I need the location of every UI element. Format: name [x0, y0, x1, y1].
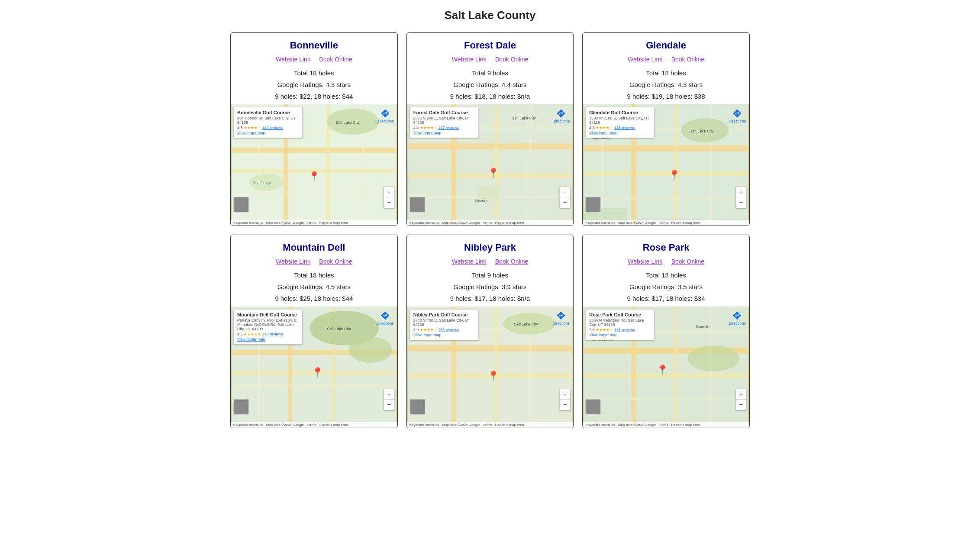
directions-label-glendale: Directions [729, 119, 746, 123]
directions-btn-glendale[interactable]: Directions [729, 109, 746, 123]
card-title-bonneville: Bonneville [238, 40, 390, 51]
zoom-in-bonneville[interactable]: + [384, 187, 394, 197]
larger-map-link-bonneville[interactable]: View larger map [237, 131, 299, 135]
directions-btn-mountain-dell[interactable]: Directions [377, 311, 394, 326]
rating-rose-park: Google Ratings: 3.5 stars [590, 283, 742, 290]
reviews-link-forest-dale[interactable]: 117 reviews [438, 126, 459, 130]
map-forest-dale[interactable]: Salt Lake City Millcreek Forest Dale Gol… [407, 104, 574, 226]
larger-map-link-glendale[interactable]: View larger map [589, 131, 651, 135]
map-zoom-nibley-park: + − [559, 389, 571, 410]
map-thumbnail-bonneville [233, 197, 249, 213]
card-glendale: Glendale Website Link Book Online Total … [582, 32, 750, 226]
card-nibley-park: Nibley Park Website Link Book Online Tot… [406, 235, 574, 428]
card-content-bonneville: Bonneville Website Link Book Online Tota… [231, 33, 397, 104]
zoom-out-bonneville[interactable]: − [384, 197, 394, 208]
book-link-glendale[interactable]: Book Online [671, 56, 704, 63]
website-link-nibley-park[interactable]: Website Link [452, 258, 487, 265]
svg-rect-32 [584, 197, 748, 200]
map-place-name-glendale: Glendale Golf Course [589, 110, 651, 115]
website-link-bonneville[interactable]: Website Link [276, 56, 310, 63]
map-thumbnail-glendale [585, 197, 601, 213]
card-title-mountain-dell: Mountain Dell [238, 242, 390, 253]
rating-forest-dale: Google Ratings: 4.4 stars [414, 81, 567, 88]
directions-btn-bonneville[interactable]: Directions [377, 109, 394, 123]
directions-label-nibley-park: Directions [552, 321, 570, 326]
larger-map-link-rose-park[interactable]: View larger map [589, 333, 651, 337]
zoom-in-forest-dale[interactable]: + [560, 187, 570, 197]
card-links-nibley-park: Website Link Book Online [414, 258, 567, 265]
svg-point-43 [348, 337, 392, 363]
larger-map-link-mountain-dell[interactable]: View larger map [237, 337, 299, 342]
book-link-rose-park[interactable]: Book Online [671, 258, 704, 265]
map-bonneville[interactable]: Salt Lake City South Lake Bonneville Gol… [231, 104, 397, 226]
directions-btn-rose-park[interactable]: Directions [729, 311, 746, 326]
larger-map-link-nibley-park[interactable]: View larger map [413, 333, 475, 337]
reviews-link-mountain-dell[interactable]: 310 reviews [262, 332, 283, 336]
pricing-rose-park: 9 holes: $17, 18 holes: $34 [590, 295, 742, 302]
book-link-nibley-park[interactable]: Book Online [495, 258, 528, 265]
card-title-forest-dale: Forest Dale [414, 40, 567, 51]
directions-btn-nibley-park[interactable]: Directions [552, 311, 570, 326]
reviews-link-rose-park[interactable]: 161 reviews [614, 328, 635, 332]
zoom-out-rose-park[interactable]: − [736, 400, 746, 410]
card-forest-dale: Forest Dale Website Link Book Online Tot… [406, 32, 574, 226]
zoom-in-nibley-park[interactable]: + [560, 389, 570, 400]
svg-text:Salt Lake City: Salt Lake City [512, 116, 536, 120]
map-mountain-dell[interactable]: Salt Lake City Mountain Dell Golf Course… [231, 306, 397, 428]
card-links-rose-park: Website Link Book Online [590, 258, 742, 265]
map-pin-forest-dale: 📍 [487, 168, 499, 179]
card-bonneville: Bonneville Website Link Book Online Tota… [230, 32, 398, 226]
stars-mountain-dell: ★★★★★ [244, 332, 261, 336]
map-attribution-rose-park: Keyboard shortcuts Map data ©2024 Google… [585, 423, 700, 427]
svg-rect-17 [494, 104, 498, 226]
zoom-in-glendale[interactable]: + [736, 187, 746, 197]
rating-mountain-dell: Google Ratings: 4.5 stars [238, 283, 390, 290]
svg-rect-25 [584, 145, 748, 152]
reviews-link-nibley-park[interactable]: 156 reviews [438, 328, 459, 332]
svg-text:Bountiful: Bountiful [696, 325, 712, 329]
map-info-box-mountain-dell: Mountain Dell Golf Course Parleys Canyon… [233, 309, 303, 345]
website-link-mountain-dell[interactable]: Website Link [276, 258, 310, 265]
card-title-nibley-park: Nibley Park [414, 242, 567, 253]
zoom-out-mountain-dell[interactable]: − [384, 400, 394, 410]
map-footer-glendale: Keyboard shortcuts Map data ©2024 Google… [583, 220, 749, 226]
zoom-out-nibley-park[interactable]: − [560, 400, 570, 410]
zoom-out-glendale[interactable]: − [736, 197, 746, 208]
card-content-glendale: Glendale Website Link Book Online Total … [583, 33, 749, 104]
holes-bonneville: Total 18 holes [238, 69, 390, 77]
map-pin-mountain-dell: 📍 [312, 367, 323, 378]
reviews-link-glendale[interactable]: 138 reviews [614, 126, 635, 130]
map-place-name-forest-dale: Forest Dale Golf Course [413, 110, 475, 115]
book-link-forest-dale[interactable]: Book Online [495, 56, 528, 63]
map-thumbnail-nibley-park [409, 399, 425, 415]
website-link-rose-park[interactable]: Website Link [628, 258, 662, 265]
map-pin-bonneville: 📍 [308, 171, 320, 182]
map-address-glendale: 1630 W 2100 S, Salt Lake City, UT 84119 [589, 116, 651, 125]
map-rating-bonneville: 4.3 ★★★★☆ 140 reviews [237, 126, 299, 130]
reviews-link-bonneville[interactable]: 140 reviews [262, 126, 283, 130]
book-link-mountain-dell[interactable]: Book Online [319, 258, 352, 265]
zoom-in-rose-park[interactable]: + [736, 389, 746, 400]
stars-bonneville: ★★★★☆ [244, 126, 261, 130]
svg-rect-45 [232, 384, 396, 387]
book-link-bonneville[interactable]: Book Online [319, 56, 352, 63]
directions-btn-forest-dale[interactable]: Directions [552, 109, 570, 123]
map-place-name-nibley-park: Nibley Park Golf Course [413, 312, 475, 317]
directions-label-forest-dale: Directions [552, 119, 570, 123]
zoom-in-mountain-dell[interactable]: + [384, 389, 394, 400]
stars-rose-park: ★★★★☆ [596, 328, 613, 332]
website-link-forest-dale[interactable]: Website Link [452, 56, 487, 63]
card-links-forest-dale: Website Link Book Online [414, 55, 567, 63]
map-nibley-park[interactable]: Salt Lake City Nibley Park Golf Course 2… [407, 306, 574, 428]
map-glendale[interactable]: Salt Lake City GLENDALE Glendale Golf Co… [583, 104, 749, 226]
zoom-out-forest-dale[interactable]: − [560, 197, 570, 208]
map-place-name-rose-park: Rose Park Golf Course [589, 312, 651, 317]
svg-rect-28 [675, 104, 678, 226]
card-mountain-dell: Mountain Dell Website Link Book Online T… [230, 235, 398, 428]
website-link-glendale[interactable]: Website Link [628, 56, 662, 63]
map-place-name-bonneville: Bonneville Golf Course [237, 110, 299, 115]
larger-map-link-forest-dale[interactable]: View larger map [413, 131, 475, 135]
map-address-mountain-dell: Parleys Canyon, I-80, Exit #134, E Mount… [237, 318, 299, 331]
map-rose-park[interactable]: Bountiful Woods Cross Rose Park Golf Cou… [583, 306, 749, 428]
pricing-bonneville: 9 holes: $22, 18 holes: $44 [238, 93, 390, 100]
